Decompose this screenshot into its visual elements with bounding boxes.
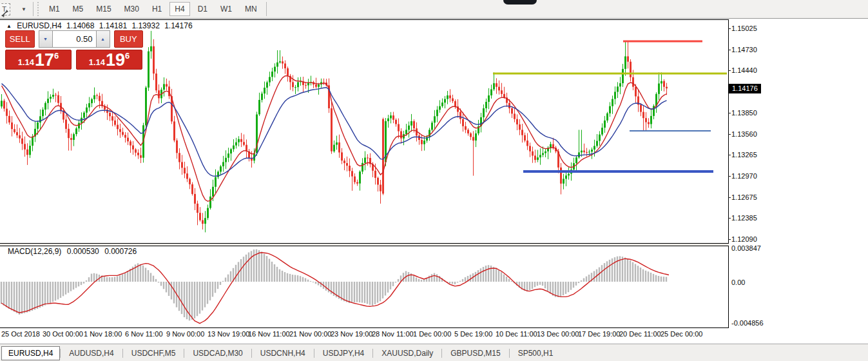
open-value: 1.14068 xyxy=(66,21,94,30)
macd-pane-right-border xyxy=(728,246,729,328)
price-tick-mark xyxy=(728,134,731,135)
chart-tab-xauusd-daily[interactable]: XAUUSD,Daily xyxy=(373,347,441,360)
date-tick-label: 20 Dec 11:00 xyxy=(619,330,661,338)
one-click-trading-panel: SELL ▼ ▲ BUY 1.14 17 6 1.14 19 6 xyxy=(5,30,143,70)
symbol-period-label: EURUSD,H4 xyxy=(17,21,61,30)
chart-tab-eurusd-h4[interactable]: EURUSD,H4 xyxy=(1,346,60,360)
price-tick-label: 1.12970 xyxy=(731,172,757,180)
current-price-tag: 1.14176 xyxy=(729,84,761,93)
price-tick-mark xyxy=(728,197,731,198)
close-value: 1.14176 xyxy=(164,21,192,30)
timeframe-toolbar: M1M5M15M30H1H4D1W1MN xyxy=(43,2,264,16)
top-toolbar: T ▼ M1M5M15M30H1H4D1W1MN xyxy=(0,0,868,19)
sell-price-pipette: 6 xyxy=(54,51,59,61)
date-tick-label: 25 Dec 00:00 xyxy=(661,330,702,338)
cursor-tool-button[interactable]: ▼ xyxy=(19,6,26,12)
macd-indicator-canvas[interactable] xyxy=(0,246,729,327)
chart-tab-usdcnh-h4[interactable]: USDCNH,H4 xyxy=(252,347,314,360)
date-tick-label: 6 Nov 11:00 xyxy=(125,330,163,338)
high-value: 1.14181 xyxy=(99,21,127,30)
macd-main-value: 0.000530 xyxy=(67,247,99,256)
timeframe-button-mn[interactable]: MN xyxy=(240,2,262,16)
sell-price-big: 17 xyxy=(35,52,54,68)
price-tick-mark xyxy=(728,155,731,155)
buy-price-prefix: 1.14 xyxy=(89,57,105,67)
date-tick-label: 9 Nov 00:00 xyxy=(166,330,204,338)
chart-tab-bar: EURUSD,H4AUDUSD,H4USDCHF,M5USDCAD,M30USD… xyxy=(0,344,868,361)
macd-pane-top-border xyxy=(0,246,729,246)
collapse-triangle-icon[interactable]: ▲ xyxy=(6,23,12,29)
toolbar-separator xyxy=(33,2,34,16)
price-tick-label: 1.13850 xyxy=(731,109,757,117)
ma-fast-line xyxy=(2,76,667,202)
date-tick-label: 17 Dec 19:00 xyxy=(578,330,620,338)
timeframe-button-m5[interactable]: M5 xyxy=(68,2,89,16)
buy-price-big: 19 xyxy=(106,52,125,68)
timeframe-button-h1[interactable]: H1 xyxy=(147,2,167,16)
sell-price-display[interactable]: 1.14 17 6 xyxy=(5,50,72,70)
macd-title: MACD(12,26,9) xyxy=(8,247,61,256)
volume-increase-button[interactable]: ▲ xyxy=(96,30,110,48)
toolbar-drag-handle[interactable] xyxy=(37,2,39,16)
price-tick-label: 1.12385 xyxy=(731,214,757,222)
price-tick-mark xyxy=(728,70,731,71)
timeframe-button-d1[interactable]: D1 xyxy=(193,2,213,16)
chart-tab-usdcad-m30[interactable]: USDCAD,M30 xyxy=(184,347,251,360)
price-tick-label: 1.14730 xyxy=(731,46,757,54)
main-pane-top-border xyxy=(0,19,729,20)
buy-price-display[interactable]: 1.14 19 6 xyxy=(76,50,142,70)
price-tick-mark xyxy=(728,176,731,177)
chart-ohlc-header: ▲ EURUSD,H4 1.14068 1.14181 1.13932 1.14… xyxy=(6,21,195,30)
price-tick-mark xyxy=(728,50,731,50)
timeframe-button-m1[interactable]: M1 xyxy=(44,2,65,16)
main-pane-bottom-border xyxy=(0,243,729,244)
date-tick-label: 23 Nov 19:00 xyxy=(331,330,372,338)
buy-price-pipette: 6 xyxy=(125,51,130,61)
date-tick-label: 25 Oct 2018 xyxy=(1,330,40,338)
price-tick-label: 1.14440 xyxy=(731,66,757,74)
price-tick-label: 1.12090 xyxy=(731,235,757,243)
chart-tab-audusd-h4[interactable]: AUDUSD,H4 xyxy=(61,347,122,360)
date-tick-label: 10 Dec 11:00 xyxy=(496,330,537,338)
price-tick-mark xyxy=(728,28,731,29)
macd-tick-label: 0.00 xyxy=(731,278,745,286)
date-tick-label: 28 Nov 11:00 xyxy=(372,330,414,338)
date-tick-label: 1 Dec 00:00 xyxy=(413,330,451,338)
chevron-down-icon: ▼ xyxy=(21,6,26,12)
date-tick-label: 5 Dec 19:00 xyxy=(454,330,492,338)
timeframe-button-m15[interactable]: M15 xyxy=(91,2,116,16)
date-tick-label: 13 Dec 00:00 xyxy=(537,330,579,338)
screen-notch xyxy=(503,0,537,5)
date-tick-label: 16 Nov 11:00 xyxy=(248,330,290,338)
sell-button[interactable]: SELL xyxy=(5,30,35,48)
macd-pane-bottom-border xyxy=(0,327,729,328)
price-tick-label: 1.13560 xyxy=(731,130,757,138)
price-tick-label: 1.12675 xyxy=(731,193,757,201)
toolbar-separator xyxy=(266,2,267,16)
price-tick-mark xyxy=(728,239,731,240)
volume-input[interactable] xyxy=(53,30,96,48)
timeframe-button-m30[interactable]: M30 xyxy=(119,2,144,16)
macd-indicator-label: MACD(12,26,9) 0.000530 0.000726 xyxy=(8,247,140,256)
timeframe-button-w1[interactable]: W1 xyxy=(215,2,237,16)
chart-tab-usdchf-m5[interactable]: USDCHF,M5 xyxy=(123,347,184,360)
macd-tick-label: -0.004856 xyxy=(731,319,764,327)
chart-tab-gbpusd-m15[interactable]: GBPUSD,M15 xyxy=(442,347,508,360)
volume-decrease-button[interactable]: ▼ xyxy=(39,30,53,48)
buy-button[interactable]: BUY xyxy=(114,30,144,48)
price-tick-mark xyxy=(728,113,731,113)
chart-tab-usdjpy-h4[interactable]: USDJPY,H4 xyxy=(314,347,372,360)
date-tick-label: 13 Nov 19:00 xyxy=(207,330,249,338)
sell-price-prefix: 1.14 xyxy=(18,57,34,67)
chart-tab-sp500-h1[interactable]: SP500,H1 xyxy=(510,347,562,360)
timeframe-button-h4[interactable]: H4 xyxy=(169,2,189,16)
low-value: 1.13932 xyxy=(131,21,159,30)
ma-slow-line xyxy=(2,84,667,177)
macd-signal-value: 0.000726 xyxy=(104,247,137,256)
price-tick-label: 1.13265 xyxy=(731,151,757,159)
price-tick-mark xyxy=(728,218,731,219)
main-pane-right-border xyxy=(728,19,729,244)
macd-tick-label: 0.003847 xyxy=(731,244,761,252)
date-tick-label: 21 Nov 00:00 xyxy=(289,330,331,338)
date-tick-label: 1 Nov 18:00 xyxy=(84,330,122,338)
